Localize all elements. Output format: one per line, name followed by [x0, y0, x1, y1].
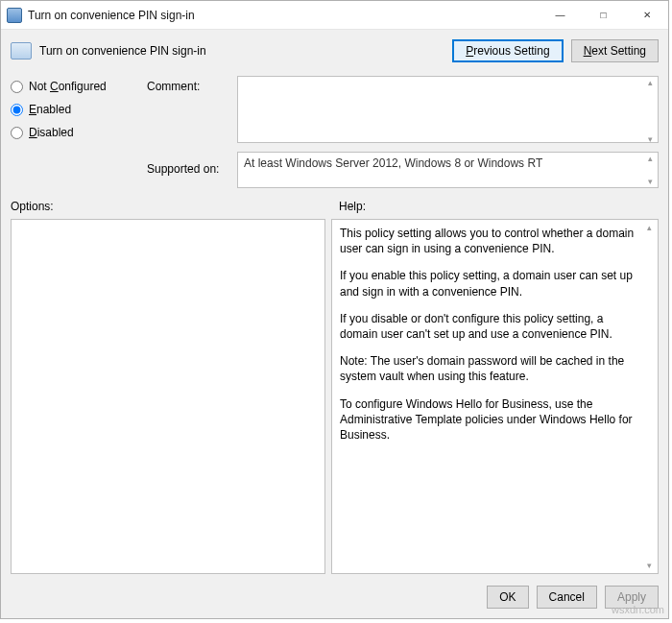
radio-not-configured-input[interactable]	[11, 81, 23, 93]
dialog-content: Turn on convenience PIN sign-in Previous…	[1, 30, 668, 618]
app-icon	[7, 8, 22, 23]
supported-box-wrap: At least Windows Server 2012, Windows 8 …	[237, 152, 659, 188]
scroll-indicator: ▴▾	[642, 222, 656, 571]
close-button[interactable]: ✕	[625, 1, 668, 29]
options-panel	[11, 219, 325, 574]
maximize-button[interactable]: □	[582, 1, 625, 29]
policy-header: Turn on convenience PIN sign-in Previous…	[11, 37, 659, 70]
cancel-button[interactable]: Cancel	[537, 586, 597, 609]
radio-enabled-input[interactable]	[11, 104, 23, 116]
supported-on-value: At least Windows Server 2012, Windows 8 …	[244, 156, 542, 170]
radio-disabled[interactable]: Disabled	[11, 126, 135, 139]
radio-enabled[interactable]: Enabled	[11, 103, 135, 116]
comment-label: Comment:	[147, 80, 226, 93]
help-paragraph: Note: The user's domain password will be…	[340, 353, 640, 384]
panel-labels: Options: Help:	[11, 200, 659, 213]
dialog-footer: OK Cancel Apply	[11, 580, 659, 609]
apply-button[interactable]: Apply	[605, 586, 659, 609]
help-paragraph: To configure Windows Hello for Business,…	[340, 396, 640, 443]
window-controls: ― □ ✕	[539, 1, 668, 29]
field-labels: Comment: Supported on:	[147, 76, 226, 176]
help-panel: This policy setting allows you to contro…	[331, 219, 659, 574]
comment-box-wrap: ▴▾	[237, 76, 659, 146]
field-inputs: ▴▾ At least Windows Server 2012, Windows…	[237, 76, 659, 188]
config-row: Not Configured Enabled Disabled Comment:…	[11, 76, 659, 188]
nav-buttons: Previous Setting Next Setting	[452, 39, 659, 62]
help-paragraph: If you enable this policy setting, a dom…	[340, 268, 640, 299]
next-setting-button[interactable]: Next Setting	[571, 39, 659, 62]
previous-setting-button[interactable]: Previous Setting	[452, 39, 563, 62]
comment-textarea[interactable]	[237, 76, 659, 143]
policy-icon	[11, 42, 32, 60]
policy-title: Turn on convenience PIN sign-in	[39, 44, 444, 58]
window-title: Turn on convenience PIN sign-in	[28, 9, 539, 22]
radio-not-configured[interactable]: Not Configured	[11, 80, 135, 93]
panels-row: This policy setting allows you to contro…	[11, 219, 659, 574]
help-label: Help:	[339, 200, 659, 213]
supported-on-textbox: At least Windows Server 2012, Windows 8 …	[237, 152, 659, 188]
help-paragraph: If you disable or don't configure this p…	[340, 311, 640, 342]
supported-on-label: Supported on:	[147, 162, 226, 176]
help-paragraph: This policy setting allows you to contro…	[340, 226, 640, 256]
radio-disabled-input[interactable]	[11, 127, 23, 139]
dialog-window: Turn on convenience PIN sign-in ― □ ✕ Tu…	[0, 0, 669, 619]
options-label: Options:	[11, 200, 327, 213]
title-bar[interactable]: Turn on convenience PIN sign-in ― □ ✕	[1, 1, 668, 30]
ok-button[interactable]: OK	[487, 586, 528, 609]
state-radio-group: Not Configured Enabled Disabled	[11, 76, 135, 139]
minimize-button[interactable]: ―	[539, 1, 582, 29]
